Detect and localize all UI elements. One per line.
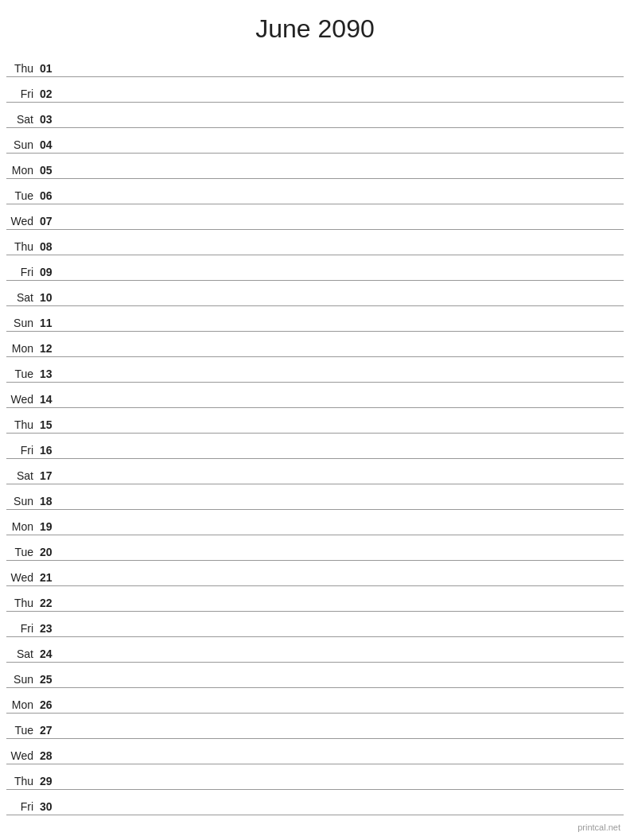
day-number: 08 [38, 240, 60, 253]
day-row: Tue20 [6, 535, 624, 561]
day-row: Sat03 [6, 103, 624, 128]
day-number: 05 [38, 164, 60, 177]
day-row: Sat10 [6, 281, 624, 306]
watermark: printcal.net [578, 822, 620, 832]
day-row: Mon12 [6, 332, 624, 357]
day-row: Sun04 [6, 128, 624, 154]
day-row: Fri09 [6, 255, 624, 281]
day-number: 03 [38, 113, 60, 126]
day-number: 29 [38, 775, 60, 788]
day-name: Fri [6, 88, 38, 100]
day-row: Sat24 [6, 637, 624, 663]
day-number: 06 [38, 189, 60, 202]
day-row: Thu22 [6, 586, 624, 612]
day-number: 24 [38, 648, 60, 660]
day-row: Wed28 [6, 739, 624, 764]
page-title: June 2090 [0, 0, 630, 52]
day-name: Thu [6, 597, 38, 609]
day-row: Fri16 [6, 434, 624, 459]
day-number: 12 [38, 342, 60, 355]
day-row: Wed07 [6, 204, 624, 230]
day-name: Thu [6, 418, 38, 431]
day-row: Wed14 [6, 383, 624, 408]
day-number: 21 [38, 571, 60, 584]
day-number: 17 [38, 469, 60, 482]
day-number: 15 [38, 418, 60, 431]
day-number: 28 [38, 749, 60, 762]
day-number: 13 [38, 368, 60, 380]
day-name: Fri [6, 622, 38, 635]
day-name: Tue [6, 189, 38, 202]
day-row: Thu01 [6, 52, 624, 77]
day-number: 18 [38, 495, 60, 508]
day-number: 20 [38, 546, 60, 558]
day-number: 14 [38, 393, 60, 406]
day-name: Sat [6, 469, 38, 482]
day-row: Thu15 [6, 408, 624, 434]
day-row: Thu29 [6, 764, 624, 790]
day-number: 10 [38, 291, 60, 304]
day-name: Fri [6, 444, 38, 457]
day-row: Fri30 [6, 790, 624, 815]
day-row: Sun11 [6, 306, 624, 332]
day-number: 04 [38, 138, 60, 151]
day-number: 23 [38, 622, 60, 635]
day-name: Mon [6, 164, 38, 177]
day-row: Tue06 [6, 179, 624, 204]
day-row: Thu08 [6, 230, 624, 255]
day-row: Fri02 [6, 77, 624, 103]
day-row: Mon05 [6, 154, 624, 179]
day-name: Mon [6, 342, 38, 355]
day-name: Thu [6, 775, 38, 788]
day-name: Tue [6, 368, 38, 380]
day-number: 01 [38, 62, 60, 75]
day-row: Wed21 [6, 561, 624, 586]
day-number: 07 [38, 215, 60, 228]
day-row: Mon19 [6, 510, 624, 535]
day-row: Fri23 [6, 612, 624, 637]
day-name: Sun [6, 317, 38, 329]
day-number: 02 [38, 88, 60, 100]
day-number: 25 [38, 673, 60, 686]
calendar-grid: Thu01Fri02Sat03Sun04Mon05Tue06Wed07Thu08… [0, 52, 630, 815]
day-name: Thu [6, 62, 38, 75]
day-row: Sat17 [6, 459, 624, 484]
day-number: 11 [38, 317, 60, 329]
day-name: Mon [6, 698, 38, 711]
day-name: Mon [6, 520, 38, 533]
day-name: Wed [6, 749, 38, 762]
day-name: Sat [6, 291, 38, 304]
day-name: Wed [6, 393, 38, 406]
day-name: Tue [6, 724, 38, 737]
day-number: 16 [38, 444, 60, 457]
day-row: Sun25 [6, 663, 624, 688]
day-name: Sun [6, 495, 38, 508]
day-name: Fri [6, 800, 38, 813]
day-number: 27 [38, 724, 60, 737]
day-name: Sat [6, 648, 38, 660]
day-row: Tue27 [6, 714, 624, 739]
day-number: 19 [38, 520, 60, 533]
day-name: Wed [6, 215, 38, 228]
day-name: Fri [6, 266, 38, 278]
day-name: Sat [6, 113, 38, 126]
day-name: Tue [6, 546, 38, 558]
day-row: Sun18 [6, 484, 624, 510]
day-name: Wed [6, 571, 38, 584]
day-row: Tue13 [6, 357, 624, 383]
day-name: Sun [6, 138, 38, 151]
day-name: Thu [6, 240, 38, 253]
day-name: Sun [6, 673, 38, 686]
day-number: 09 [38, 266, 60, 278]
day-number: 26 [38, 698, 60, 711]
day-number: 30 [38, 800, 60, 813]
day-number: 22 [38, 597, 60, 609]
day-row: Mon26 [6, 688, 624, 714]
